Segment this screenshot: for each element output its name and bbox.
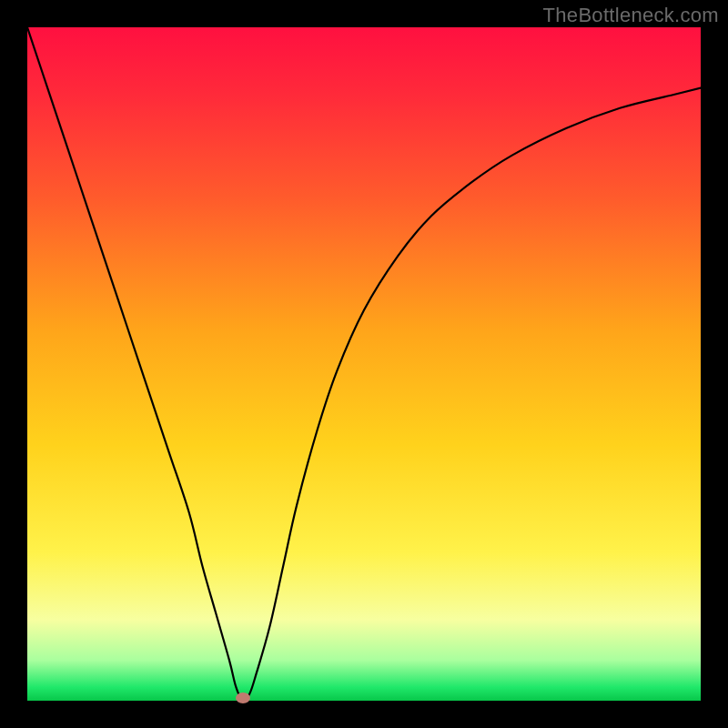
plot-area xyxy=(27,27,701,701)
watermark-text: TheBottleneck.com xyxy=(543,4,719,27)
minimum-point-marker xyxy=(236,693,250,703)
bottleneck-curve xyxy=(27,27,701,701)
chart-frame: TheBottleneck.com xyxy=(0,0,728,728)
